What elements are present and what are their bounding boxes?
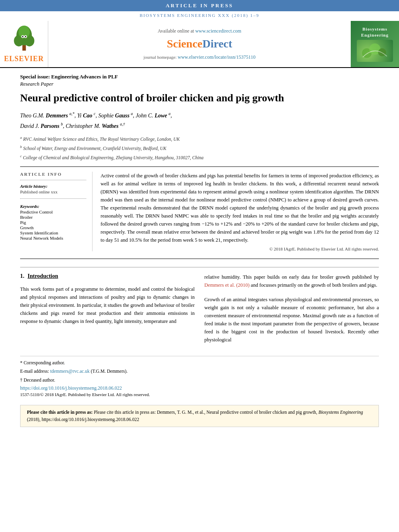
- svg-point-8: [25, 36, 26, 37]
- journal-line: BIOSYSTEMS ENGINEERING XXX (2018) 1–9: [0, 11, 399, 18]
- keyword-4: Growth: [20, 225, 86, 230]
- citation-bar: Please cite this article in press as: Pl…: [20, 405, 379, 427]
- research-paper-label: Research Paper: [20, 81, 379, 87]
- keyword-2: Broiler: [20, 215, 86, 220]
- biosystems-logo-block: Biosystems Engineering: [351, 21, 399, 67]
- article-history-label: Article history:: [20, 184, 86, 189]
- elsevier-logo-block: ELSEVIER: [0, 21, 48, 67]
- affiliations: a RVC Animal Welfare Science and Ethics,…: [20, 134, 379, 162]
- doi-line[interactable]: https://doi.org/10.1016/j.biosystemseng.…: [20, 385, 379, 391]
- article-info-panel: ARTICLE INFO Article history: Published …: [20, 172, 93, 251]
- intro-right-text-2: Growth of an animal integrates various p…: [204, 296, 379, 344]
- email-link[interactable]: tdemmers@rvc.ac.uk: [50, 369, 90, 374]
- svg-point-11: [378, 48, 386, 56]
- rights-line: 1537-5110/© 2018 IAgrE. Published by Els…: [20, 392, 379, 397]
- available-online-text: Available online at www.sciencedirect.co…: [158, 28, 241, 34]
- published-online-value: Published online xxx: [20, 189, 86, 194]
- footnote-email: E-mail address: tdemmers@rvc.ac.uk (T.G.…: [20, 368, 379, 375]
- citation-journal: Biosystems Engineering: [319, 410, 363, 415]
- header-middle: Available online at www.sciencedirect.co…: [48, 21, 351, 67]
- demmers-link[interactable]: Demmers et al. (2010): [204, 282, 249, 288]
- intro-right-text-1: relative humidity. This paper builds on …: [204, 273, 379, 289]
- footnotes: * Corresponding author. E-mail address: …: [20, 356, 379, 397]
- svg-point-7: [22, 36, 23, 37]
- keyword-6: Neural Network Models: [20, 236, 86, 240]
- header-container: ELSEVIER Available online at www.science…: [0, 18, 399, 68]
- affiliation-c: c College of Chemical and Biological Eng…: [20, 153, 379, 162]
- separator-2: [20, 259, 379, 259]
- sciencedirect-url[interactable]: www.sciencedirect.com: [195, 28, 241, 34]
- abstract-section: Active control of the growth of broiler …: [101, 172, 379, 251]
- intro-section: 1. Introduction This work forms part of …: [20, 267, 379, 344]
- affiliation-a: a RVC Animal Welfare Science and Ethics,…: [20, 134, 379, 144]
- biosystems-logo-text: Biosystems Engineering: [354, 26, 396, 39]
- please-cite-label: Please cite this article in press as:: [27, 410, 94, 415]
- article-title: Neural predictive control of broiler chi…: [20, 91, 379, 105]
- intro-number: 1.: [20, 273, 25, 279]
- affiliation-b: b School of Water, Energy and Environmen…: [20, 144, 379, 153]
- elsevier-tree-icon: [10, 25, 38, 53]
- biosystems-thumbnail-icon: [359, 41, 391, 61]
- authors-line: Theo G.M. Demmers a,*, Yi Cao c, Sophie …: [20, 111, 379, 131]
- article-body: ARTICLE INFO Article history: Published …: [20, 172, 379, 251]
- elsevier-brand-text: ELSEVIER: [4, 55, 44, 63]
- intro-title: Introduction: [28, 273, 58, 279]
- journal-homepage: journal homepage: www.elsevier.com/locat…: [144, 54, 255, 60]
- copyright-line: © 2018 IAgrE. Published by Elsevier Ltd.…: [101, 246, 379, 251]
- keyword-3: Pig: [20, 220, 86, 225]
- intro-left-text: This work forms part of a programme to d…: [20, 285, 195, 325]
- article-in-press-banner: ARTICLE IN PRESS: [0, 0, 399, 11]
- journal-homepage-link[interactable]: www.elsevier.com/locate/issn/15375110: [178, 54, 255, 60]
- keywords-section: Keywords: Predictive Control Broiler Pig…: [20, 204, 86, 240]
- keywords-label: Keywords:: [20, 204, 86, 209]
- citation-suffix: (2018), https://doi.org/10.1016/j.biosys…: [27, 417, 139, 422]
- separator-1: [20, 166, 379, 167]
- keyword-1: Predictive Control: [20, 210, 86, 214]
- col-left: 1. Introduction This work forms part of …: [20, 273, 195, 344]
- citation-prefix: Please cite this article in press as: De…: [94, 410, 317, 415]
- svg-point-4: [19, 26, 30, 39]
- abstract-text: Active control of the growth of broiler …: [101, 172, 379, 244]
- footnote-deceased: † Deceased author.: [20, 377, 379, 384]
- keyword-5: System Identification: [20, 230, 86, 235]
- special-issue: Special issue: Engineering Advances in P…: [20, 74, 379, 80]
- article-info-heading: ARTICLE INFO: [20, 172, 86, 177]
- footnote-corresponding: * Corresponding author.: [20, 359, 379, 366]
- sciencedirect-logo: ScienceDirect: [167, 37, 232, 50]
- two-column-body: 1. Introduction This work forms part of …: [20, 273, 379, 344]
- col-right: relative humidity. This paper builds on …: [204, 273, 379, 344]
- main-content: Special issue: Engineering Advances in P…: [0, 68, 399, 433]
